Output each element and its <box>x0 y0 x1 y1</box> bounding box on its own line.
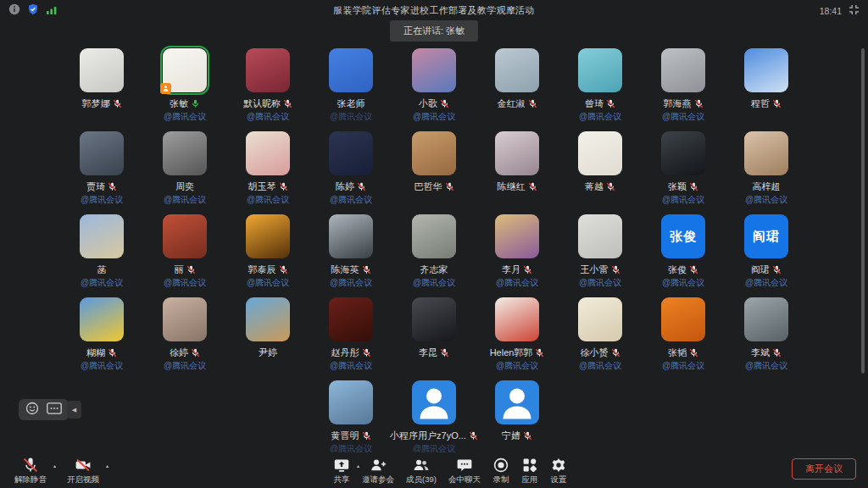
caret-up-icon[interactable]: ▴ <box>53 463 56 469</box>
org-label: @腾讯会议 <box>330 361 372 370</box>
participant-avatar <box>80 214 124 258</box>
participant-avatar <box>246 131 290 175</box>
participant-tile[interactable]: 程哲 <box>725 44 808 127</box>
participant-tile[interactable]: 张老师 @腾讯会议 <box>309 44 392 127</box>
participant-tile[interactable]: Helen郭郭 @腾讯会议 <box>476 293 559 376</box>
scrollbar-thumb[interactable] <box>861 48 865 374</box>
toolbar-button-mic-muted[interactable]: 解除静音 ▴ <box>10 457 51 485</box>
caret-up-icon[interactable]: ▴ <box>106 463 108 469</box>
avatar-text: 张俊 <box>670 229 697 245</box>
participant-tile[interactable]: 尹婷 <box>226 293 309 376</box>
participant-tile[interactable]: 周奕 @腾讯会议 <box>143 127 226 210</box>
toolbar-button-members[interactable]: 成员(39) <box>402 457 441 485</box>
participant-tile[interactable]: 高梓超 @腾讯会议 <box>725 127 808 210</box>
participant-tile[interactable]: 李斌 @腾讯会议 <box>725 293 808 376</box>
toolbar-button-record[interactable]: 录制 <box>488 457 514 485</box>
toolbar-button-label: 录制 <box>492 474 509 485</box>
participant-tile[interactable]: 宁婧 <box>476 376 559 459</box>
participant-tile[interactable]: 陈婷 @腾讯会议 <box>309 127 392 210</box>
participant-tile[interactable]: 胡玉琴 @腾讯会议 <box>226 127 309 210</box>
participant-tile[interactable]: 赵丹彤 @腾讯会议 <box>309 293 392 376</box>
participant-avatar: 张俊 <box>661 214 705 258</box>
org-label: @腾讯会议 <box>745 195 787 204</box>
participant-name-row: 李斌 <box>751 347 782 358</box>
toolbar-button-camera-off[interactable]: 开启视频 ▴ <box>63 457 103 485</box>
settings-gear-icon <box>550 457 567 474</box>
participant-tile[interactable]: 巴哲华 <box>392 127 476 210</box>
default-avatar-icon <box>412 380 456 424</box>
participant-tile[interactable]: 菡 @腾讯会议 <box>60 210 143 293</box>
participant-tile[interactable]: 徐小赟 @腾讯会议 <box>559 293 642 376</box>
participant-tile[interactable]: 糊糊 @腾讯会议 <box>60 293 143 376</box>
mic-muted-icon <box>689 265 698 274</box>
participant-name: 菡 <box>97 264 107 275</box>
participant-tile[interactable]: 金红淑 <box>476 44 559 127</box>
toolbar-button-label: 应用 <box>521 474 537 485</box>
participant-name-row: 金红淑 <box>498 98 537 109</box>
participant-tile[interactable]: 丽 @腾讯会议 <box>143 210 226 293</box>
reactions-panel <box>19 399 69 420</box>
participant-tile[interactable]: 郭梦娜 <box>60 44 143 127</box>
participant-name: 郭梦娜 <box>82 98 110 109</box>
mic-muted-icon <box>22 457 39 474</box>
participant-tile[interactable]: 张敏 @腾讯会议 <box>143 44 226 127</box>
participant-tile[interactable]: 李昆 <box>392 293 476 376</box>
collapse-left-icon[interactable]: ◀ <box>67 401 81 419</box>
participant-tile[interactable]: 张俊 张俊 @腾讯会议 <box>642 210 725 293</box>
default-avatar-icon <box>495 380 539 424</box>
participant-tile[interactable]: 小程序用户z7yO... @腾讯会议 <box>392 376 476 459</box>
share-screen-icon <box>333 457 350 474</box>
mic-muted-icon <box>362 265 371 274</box>
participant-tile[interactable]: 李月 @腾讯会议 <box>476 210 559 293</box>
participant-tile[interactable]: 陈继红 <box>476 127 559 210</box>
participant-tile[interactable]: 张颖 @腾讯会议 <box>642 127 725 210</box>
mic-muted-icon <box>113 99 122 108</box>
mic-muted-icon <box>772 348 782 358</box>
org-label: @腾讯会议 <box>413 112 455 121</box>
participant-name-row: 蒋越 <box>585 181 615 192</box>
toolbar-button-label: 会中聊天 <box>448 474 481 485</box>
default-avatar-icon <box>412 380 456 424</box>
participant-avatar <box>661 131 705 175</box>
participant-tile[interactable]: 阎珺 阎珺 @腾讯会议 <box>725 210 808 293</box>
toolbar-button-invite[interactable]: 邀请参会 <box>358 457 398 485</box>
toolbar-button-apps[interactable]: 应用 <box>517 457 542 485</box>
toolbar-button-settings[interactable]: 设置 <box>546 457 571 485</box>
mic-muted-icon <box>528 99 537 108</box>
emoji-reaction-icon[interactable] <box>25 402 39 419</box>
org-label: @腾讯会议 <box>247 278 289 287</box>
participant-tile[interactable]: 小歌 @腾讯会议 <box>392 44 476 127</box>
participant-tile[interactable]: 徐婷 @腾讯会议 <box>143 293 226 376</box>
participant-tile[interactable]: 蒋越 <box>559 127 642 210</box>
org-label: @腾讯会议 <box>330 195 372 204</box>
exit-fullscreen-icon[interactable] <box>849 3 860 19</box>
org-label: @腾讯会议 <box>662 361 704 370</box>
participant-tile[interactable]: 齐志家 @腾讯会议 <box>392 210 476 293</box>
participant-name-row: 赵丹彤 <box>331 347 371 358</box>
participant-tile[interactable]: 黄晋明 @腾讯会议 <box>309 376 392 459</box>
toolbar-button-label: 解除静音 <box>14 474 47 485</box>
participant-avatar <box>661 48 705 92</box>
toolbar-button-chat[interactable]: 会中聊天 <box>444 457 485 485</box>
participant-avatar <box>412 380 456 424</box>
participant-tile[interactable]: 曾琦 @腾讯会议 <box>559 44 642 127</box>
participant-avatar <box>578 214 622 258</box>
mic-muted-icon <box>606 182 615 191</box>
participant-tile[interactable]: 张韬 @腾讯会议 <box>642 293 725 376</box>
chat-icon <box>456 457 473 474</box>
participant-tile[interactable]: 陈海英 @腾讯会议 <box>309 210 392 293</box>
participant-tile[interactable]: 王小雷 @腾讯会议 <box>559 210 642 293</box>
captions-icon[interactable] <box>47 402 62 418</box>
leave-meeting-button[interactable]: 离开会议 <box>792 458 856 480</box>
participant-name: 李月 <box>502 264 520 275</box>
participant-avatar <box>412 297 456 341</box>
participant-avatar <box>495 380 539 424</box>
participant-tile[interactable]: 默认昵称 @腾讯会议 <box>226 44 309 127</box>
participant-tile[interactable]: 贾琦 @腾讯会议 <box>60 127 143 210</box>
participant-tile[interactable]: 郭泰辰 @腾讯会议 <box>226 210 309 293</box>
participant-tile[interactable]: 郭海燕 @腾讯会议 <box>642 44 725 127</box>
mic-muted-icon <box>694 99 704 108</box>
toolbar-button-share-screen[interactable]: 共享 ▴ <box>329 457 354 485</box>
participant-name: 郭泰辰 <box>248 264 276 275</box>
default-avatar-icon <box>495 380 539 424</box>
